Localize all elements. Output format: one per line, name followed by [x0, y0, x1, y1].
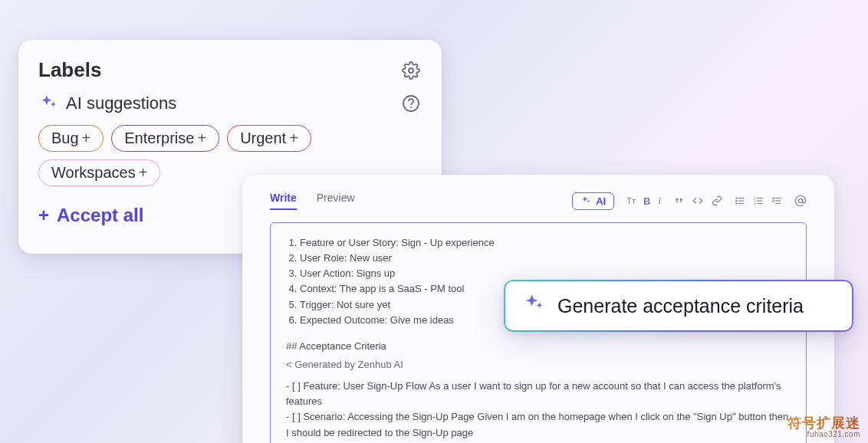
chip-workspaces[interactable]: Workspaces+ — [38, 159, 160, 186]
tab-write[interactable]: Write — [270, 192, 297, 210]
chip-enterprise[interactable]: Enterprise+ — [111, 125, 219, 152]
svg-point-7 — [736, 200, 737, 201]
labels-title: Labels — [38, 58, 101, 82]
list-check-icon — [771, 195, 782, 206]
bullet-list-button[interactable] — [735, 195, 745, 206]
numbered-list-button[interactable]: 123 — [753, 195, 764, 206]
svg-text:3: 3 — [754, 202, 756, 205]
svg-point-18 — [798, 199, 802, 202]
plus-icon: + — [38, 205, 49, 226]
generated-by-line: < Generated by Zenhub AI — [286, 357, 791, 372]
ai-toolbar-button[interactable]: AI — [572, 192, 614, 210]
list-ul-icon — [735, 195, 745, 206]
sparkle-icon — [522, 293, 545, 319]
criteria-header: ## Acceptance Criteria — [286, 339, 791, 354]
editor-tabs: Write Preview — [270, 192, 355, 210]
bold-button[interactable]: B — [643, 195, 650, 207]
link-button[interactable] — [712, 195, 722, 206]
checklist-button[interactable] — [771, 195, 782, 206]
plus-icon: + — [289, 130, 298, 147]
plus-icon: + — [139, 164, 148, 182]
plus-icon: + — [82, 130, 91, 147]
generate-button-label: Generate acceptance criteria — [557, 295, 804, 317]
italic-button[interactable]: i — [658, 195, 661, 207]
generate-acceptance-criteria-button[interactable]: Generate acceptance criteria — [504, 280, 853, 332]
watermark: 符号扩展迷 fuhao321.com — [787, 416, 860, 438]
editor-toolbar: Write Preview AI Tт B i 123 — [253, 189, 824, 218]
link-icon — [712, 195, 722, 206]
gear-icon — [402, 61, 420, 80]
list-item: User Role: New user — [300, 251, 791, 266]
accept-all-button[interactable]: + Accept all — [38, 203, 143, 228]
editor-textarea[interactable]: Feature or User Story: Sign - Up experie… — [270, 222, 807, 443]
svg-point-8 — [736, 203, 737, 204]
quote-button[interactable] — [673, 195, 684, 206]
chip-bug[interactable]: Bug+ — [38, 125, 104, 152]
help-circle-icon — [402, 94, 420, 113]
list-item: Feature or User Story: Sign - Up experie… — [300, 235, 791, 251]
chip-urgent[interactable]: Urgent+ — [227, 125, 311, 152]
quote-icon — [673, 195, 684, 206]
mention-button[interactable] — [794, 195, 807, 207]
plus-icon: + — [197, 130, 206, 147]
tab-preview[interactable]: Preview — [317, 192, 355, 210]
svg-point-0 — [409, 68, 413, 73]
list-ol-icon: 123 — [753, 195, 764, 206]
sparkle-icon — [580, 195, 591, 206]
help-button[interactable] — [400, 93, 422, 114]
ai-suggestions-heading: AI suggestions — [66, 94, 176, 113]
settings-button[interactable] — [400, 60, 422, 81]
svg-point-6 — [736, 198, 737, 199]
criteria-item: - [ ] Feature: User Sign-Up Flow As a us… — [286, 379, 791, 409]
code-icon — [692, 195, 704, 206]
heading-button[interactable]: Tт — [626, 196, 636, 205]
sparkle-icon — [38, 94, 58, 113]
code-button[interactable] — [692, 195, 704, 206]
svg-point-2 — [410, 107, 412, 108]
at-icon — [794, 195, 807, 207]
criteria-item: - [ ] Scenario: Accessing the Sign-Up Pa… — [286, 409, 791, 440]
accept-all-label: Accept all — [57, 205, 143, 226]
